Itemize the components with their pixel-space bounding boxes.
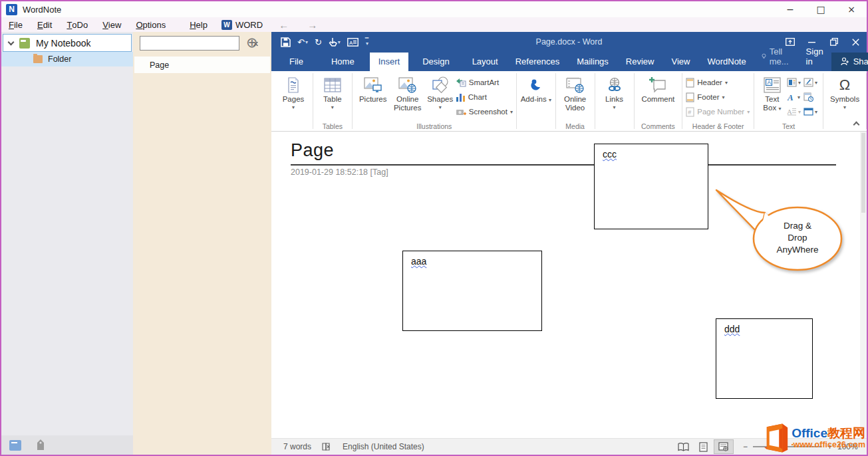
drop-cap-icon: A	[787, 107, 797, 116]
chart-button[interactable]: Chart	[456, 90, 513, 104]
svg-text:A: A	[787, 92, 794, 102]
page-list-item[interactable]: Page	[134, 57, 270, 73]
online-pictures-button[interactable]: Online Pictures	[390, 73, 425, 112]
maximize-button[interactable]: □	[805, 1, 836, 17]
tab-view[interactable]: View	[662, 53, 698, 71]
close-button[interactable]: ×	[836, 1, 867, 17]
watermark-brand-office: Office	[792, 426, 827, 440]
add-page-button[interactable]: ⊕	[246, 35, 258, 49]
tab-references[interactable]: References	[507, 53, 568, 71]
footer-button[interactable]: Footer ▾	[686, 90, 724, 104]
table-button[interactable]: Table ▾	[317, 73, 349, 110]
zoom-out-icon[interactable]: −	[743, 442, 748, 451]
page-item-label: Page	[150, 60, 169, 70]
notebook-sidebar: My Notebook Folder	[1, 32, 133, 455]
callout-balloon[interactable]: Drag & Drop AnyWhere	[710, 185, 857, 328]
read-mode-icon[interactable]	[674, 439, 694, 454]
sidebar-item-folder[interactable]: Folder	[1, 52, 133, 66]
online-video-button[interactable]: Online Video	[559, 73, 591, 112]
wordnote-title: WordNote	[23, 5, 61, 15]
text-box-button[interactable]: A Text Box ▾	[758, 73, 787, 113]
menu-options[interactable]: Options	[128, 17, 173, 32]
share-button[interactable]: Share	[831, 53, 868, 71]
watermark-logo: Office教程网 www.office26.com	[760, 423, 865, 453]
screenshot-button[interactable]: Screenshot ▾	[456, 105, 513, 118]
web-layout-icon[interactable]	[714, 439, 734, 454]
text-box-ccc[interactable]: ccc	[594, 144, 708, 229]
minimize-button[interactable]: −	[775, 1, 805, 17]
menu-todo[interactable]: ToDo	[59, 17, 95, 32]
word-close-icon[interactable]	[845, 32, 867, 52]
menu-edit[interactable]: Edit	[30, 17, 59, 32]
vertical-scrollbar[interactable]	[860, 132, 867, 438]
pages-panel: × ⊕ Page	[133, 32, 271, 455]
wordnote-titlebar: N WordNote − □ ×	[1, 1, 867, 17]
drop-cap-button[interactable]: A ▾	[787, 105, 801, 118]
text-box-ddd[interactable]: ddd	[716, 318, 813, 399]
folder-icon	[33, 55, 43, 63]
comment-icon	[649, 75, 667, 95]
pictures-button[interactable]: Pictures	[356, 73, 390, 104]
document-meta: 2019-01-29 18:52:18 [Tag]	[291, 168, 388, 177]
undo-icon[interactable]: ↶▾	[295, 37, 311, 47]
save-icon[interactable]	[278, 37, 293, 47]
shapes-button[interactable]: Shapes ▾	[425, 73, 456, 110]
language-status[interactable]: English (United States)	[337, 442, 430, 451]
tell-me-box[interactable]: Tell me...	[755, 43, 798, 71]
sign-in-button[interactable]: Sign in	[798, 43, 831, 71]
search-input[interactable]	[140, 37, 249, 50]
chevron-down-icon[interactable]	[8, 39, 15, 45]
menu-word[interactable]: W WORD	[215, 20, 269, 30]
style-box-icon[interactable]: A	[345, 38, 361, 47]
wordart-button[interactable]: A ▾	[787, 90, 801, 103]
print-layout-icon[interactable]	[694, 439, 714, 454]
quick-parts-icon	[787, 78, 797, 87]
sidebar-item-my-notebook[interactable]: My Notebook	[3, 34, 132, 52]
links-button[interactable]: Links ▾	[599, 73, 631, 110]
online-video-icon	[566, 75, 585, 95]
date-time-button[interactable]	[803, 90, 817, 103]
tab-file[interactable]: File	[281, 53, 312, 71]
menu-help[interactable]: Help	[182, 17, 215, 32]
tab-layout[interactable]: Layout	[464, 53, 507, 71]
media-group-label: Media	[556, 122, 595, 130]
forward-arrow-icon[interactable]: →	[298, 19, 327, 31]
tab-review[interactable]: Review	[617, 53, 663, 71]
touch-mode-icon[interactable]: ▾	[326, 37, 343, 47]
document-area[interactable]: Page 2019-01-29 18:52:18 [Tag] ccc aaa d…	[271, 132, 867, 438]
folder-label: Folder	[48, 55, 71, 64]
header-button[interactable]: Header ▾	[686, 76, 728, 89]
tab-wordnote[interactable]: WordNote	[698, 53, 754, 71]
tag-icon[interactable]	[36, 439, 45, 451]
smartart-button[interactable]: SmartArt	[456, 76, 513, 89]
customize-qat-icon[interactable]: ▔▾	[362, 39, 371, 45]
signature-line-button[interactable]: ▾	[803, 76, 817, 88]
notebook-view-icon[interactable]	[9, 440, 21, 451]
ribbon-tab-row: File Home Insert Design Layout Reference…	[271, 52, 867, 71]
word-count[interactable]: 7 words	[278, 442, 317, 451]
group-links: Links ▾	[595, 71, 634, 131]
addins-icon	[528, 75, 544, 95]
addins-button[interactable]: Add-ins ▾	[520, 73, 552, 104]
sidebar-bottom-bar	[1, 435, 133, 455]
proofing-status-icon[interactable]	[317, 442, 337, 451]
pages-button[interactable]: Pages ▾	[277, 73, 309, 110]
tab-home[interactable]: Home	[323, 53, 363, 71]
tab-design[interactable]: Design	[414, 53, 458, 71]
menu-view[interactable]: View	[95, 17, 128, 32]
quick-parts-button[interactable]: ▾	[787, 76, 801, 88]
links-icon	[606, 75, 623, 95]
tab-insert[interactable]: Insert	[370, 53, 409, 71]
redo-icon[interactable]: ↻	[312, 37, 325, 47]
back-arrow-icon[interactable]: ←	[269, 19, 298, 31]
object-button[interactable]: ▾	[803, 105, 817, 118]
comment-button[interactable]: Comment	[637, 73, 678, 104]
page-number-icon: #	[686, 107, 694, 117]
page-number-button[interactable]: # Page Number ▾	[686, 105, 750, 118]
menu-file[interactable]: File	[1, 17, 30, 32]
text-box-aaa[interactable]: aaa	[402, 251, 542, 331]
word-doc-icon: W	[221, 20, 232, 30]
tab-mailings[interactable]: Mailings	[568, 53, 617, 71]
symbols-button[interactable]: Ω Symbols ▾	[827, 73, 863, 110]
view-switcher	[674, 439, 734, 454]
